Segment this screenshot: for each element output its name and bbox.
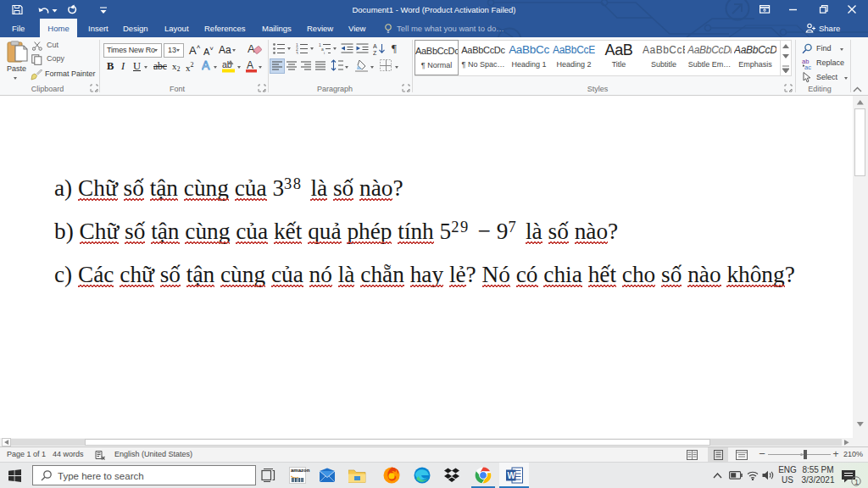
svg-text:ac: ac <box>804 64 811 70</box>
svg-text:A: A <box>373 43 377 49</box>
svg-text:1: 1 <box>854 478 859 486</box>
svg-text:Z: Z <box>373 50 377 56</box>
svg-text:A: A <box>248 42 255 55</box>
svg-text:i: i <box>324 51 325 55</box>
svg-text:3: 3 <box>296 51 298 55</box>
svg-text:W: W <box>508 471 516 480</box>
svg-text:A: A <box>202 59 210 72</box>
svg-text:A: A <box>247 59 253 71</box>
